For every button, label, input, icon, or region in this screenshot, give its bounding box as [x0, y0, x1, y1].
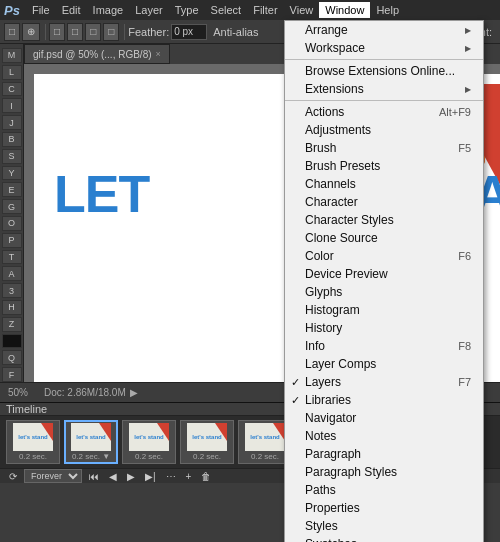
tool-text[interactable]: T: [2, 250, 22, 265]
toolbar-sep-1: [45, 24, 46, 40]
dd-notes[interactable]: Notes: [285, 427, 483, 445]
frame-2[interactable]: let's stand 0.2 sec. ▼: [64, 420, 118, 464]
dd-paths[interactable]: Paths: [285, 481, 483, 499]
menu-window[interactable]: Window: [319, 2, 370, 18]
dd-arrange[interactable]: Arrange: [285, 21, 483, 39]
play-btn[interactable]: ▶: [124, 471, 138, 482]
dd-channels[interactable]: Channels: [285, 175, 483, 193]
tool-dodge[interactable]: O: [2, 216, 22, 231]
tween-btn[interactable]: ⋯: [163, 471, 179, 482]
menu-image[interactable]: Image: [87, 2, 130, 18]
feather-input[interactable]: [171, 24, 207, 40]
dd-swatches[interactable]: Swatches: [285, 535, 483, 542]
toolbar-btn-2[interactable]: ⊕: [22, 23, 40, 41]
frame-1[interactable]: let's stand 0.2 sec.: [6, 420, 60, 464]
loop-select[interactable]: Forever Once 3 times: [24, 469, 82, 483]
frame-img-3: let's stand: [129, 423, 169, 451]
toolbar-btn-5[interactable]: □: [85, 23, 101, 41]
frame-time-1: 0.2 sec.: [19, 452, 47, 461]
dd-styles[interactable]: Styles: [285, 517, 483, 535]
menu-view[interactable]: View: [284, 2, 320, 18]
tool-mask[interactable]: Q: [2, 350, 22, 365]
dd-color[interactable]: Color F6: [285, 247, 483, 265]
frame-img-1: let's stand: [13, 423, 53, 451]
tool-gradient[interactable]: G: [2, 199, 22, 214]
delete-btn[interactable]: 🗑: [198, 471, 214, 482]
toolbar-sep-2: [124, 24, 125, 40]
dd-device-preview[interactable]: Device Preview: [285, 265, 483, 283]
dd-workspace-label: Workspace: [305, 41, 365, 55]
frame-img-5: let's stand: [245, 423, 285, 451]
menu-edit[interactable]: Edit: [56, 2, 87, 18]
tool-marquee[interactable]: M: [2, 48, 22, 63]
dd-workspace[interactable]: Workspace: [285, 39, 483, 57]
menu-select[interactable]: Select: [205, 2, 248, 18]
prev-frame-btn[interactable]: ⏮: [86, 471, 102, 482]
frame-3[interactable]: let's stand 0.2 sec.: [122, 420, 176, 464]
menu-bar: Ps File Edit Image Layer Type Select Fil…: [0, 0, 500, 20]
dd-paragraph[interactable]: Paragraph: [285, 445, 483, 463]
toolbar-btn-4[interactable]: □: [67, 23, 83, 41]
tool-screen-mode[interactable]: F: [2, 367, 22, 382]
frame-time-3: 0.2 sec.: [135, 452, 163, 461]
dd-adjustments[interactable]: Adjustments: [285, 121, 483, 139]
zoom-level: 50%: [8, 387, 28, 398]
dd-layer-comps[interactable]: Layer Comps: [285, 355, 483, 373]
dd-glyphs[interactable]: Glyphs: [285, 283, 483, 301]
dd-sep-1: [285, 59, 483, 60]
frame-4[interactable]: let's stand 0.2 sec.: [180, 420, 234, 464]
tool-hand[interactable]: H: [2, 300, 22, 315]
doc-size: Doc: 2.86M/18.0M: [44, 387, 126, 398]
tool-foreground-color[interactable]: [2, 334, 22, 349]
dd-char-styles[interactable]: Character Styles: [285, 211, 483, 229]
tab-label: gif.psd @ 50% (..., RGB/8): [33, 49, 152, 60]
dd-info[interactable]: Info F8: [285, 337, 483, 355]
dd-brush[interactable]: Brush F5: [285, 139, 483, 157]
dd-extensions[interactable]: Extensions: [285, 80, 483, 98]
menu-type[interactable]: Type: [169, 2, 205, 18]
frame-img-4: let's stand: [187, 423, 227, 451]
toolbar-btn-6[interactable]: □: [103, 23, 119, 41]
tool-history[interactable]: Y: [2, 166, 22, 181]
dd-histogram[interactable]: Histogram: [285, 301, 483, 319]
menu-layer[interactable]: Layer: [129, 2, 169, 18]
tool-brush[interactable]: B: [2, 132, 22, 147]
tool-heal[interactable]: J: [2, 115, 22, 130]
tool-crop[interactable]: C: [2, 82, 22, 97]
tool-3d[interactable]: 3: [2, 283, 22, 298]
next-btn[interactable]: ▶|: [142, 471, 159, 482]
dd-actions[interactable]: Actions Alt+F9: [285, 103, 483, 121]
menu-filter[interactable]: Filter: [247, 2, 283, 18]
dd-character[interactable]: Character: [285, 193, 483, 211]
tool-zoom[interactable]: Z: [2, 317, 22, 332]
dd-browse-ext[interactable]: Browse Extensions Online...: [285, 62, 483, 80]
tab-close[interactable]: ×: [156, 49, 161, 59]
anti-alias-label: Anti-alias: [213, 26, 258, 38]
document-tab[interactable]: gif.psd @ 50% (..., RGB/8) ×: [24, 44, 170, 64]
tool-lasso[interactable]: L: [2, 65, 22, 80]
tool-pen[interactable]: P: [2, 233, 22, 248]
dd-paragraph-styles[interactable]: Paragraph Styles: [285, 463, 483, 481]
dd-history[interactable]: History: [285, 319, 483, 337]
menu-file[interactable]: File: [26, 2, 56, 18]
tool-eraser[interactable]: E: [2, 182, 22, 197]
tool-path-select[interactable]: A: [2, 266, 22, 281]
toolbar-btn-1[interactable]: □: [4, 23, 20, 41]
duplicate-btn[interactable]: +: [183, 471, 195, 482]
dd-navigator[interactable]: Navigator: [285, 409, 483, 427]
tool-eyedropper[interactable]: I: [2, 98, 22, 113]
prev-btn[interactable]: ◀: [106, 471, 120, 482]
dd-brush-presets[interactable]: Brush Presets: [285, 157, 483, 175]
status-arrow[interactable]: ▶: [130, 387, 138, 398]
toolbar-btn-3[interactable]: □: [49, 23, 65, 41]
dd-sep-2: [285, 100, 483, 101]
dd-libraries[interactable]: Libraries: [285, 391, 483, 409]
dd-clone-source[interactable]: Clone Source: [285, 229, 483, 247]
tool-stamp[interactable]: S: [2, 149, 22, 164]
timeline-title: Timeline: [6, 403, 47, 415]
window-dropdown[interactable]: Arrange Workspace Browse Extensions Onli…: [284, 20, 484, 542]
app-logo: Ps: [4, 3, 20, 18]
menu-help[interactable]: Help: [370, 2, 405, 18]
dd-layers[interactable]: Layers F7: [285, 373, 483, 391]
dd-properties[interactable]: Properties: [285, 499, 483, 517]
